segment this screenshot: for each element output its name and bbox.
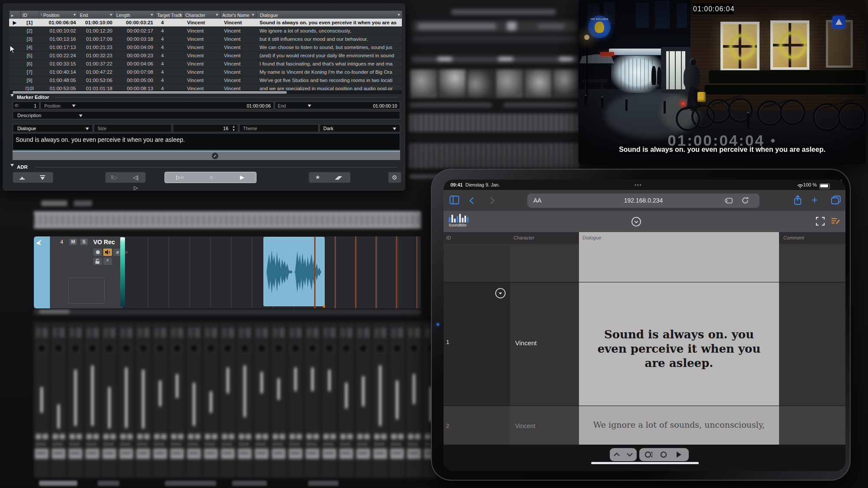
scroll-to-current-icon[interactable] bbox=[631, 216, 641, 227]
theme-select[interactable]: Dark bbox=[319, 124, 400, 132]
forward-button[interactable] bbox=[488, 197, 495, 204]
filter-icon[interactable] bbox=[216, 14, 218, 17]
row-comment[interactable] bbox=[779, 406, 845, 445]
marker-position-field[interactable]: Position 01:00:00:06 bbox=[40, 102, 274, 109]
back-button[interactable] bbox=[470, 197, 477, 204]
adr-take-group[interactable]: ★ ◢◤ bbox=[309, 172, 351, 183]
record-enable-button[interactable] bbox=[93, 249, 102, 256]
rehearse-icon[interactable] bbox=[644, 451, 652, 458]
timebase-button[interactable]: * bbox=[103, 258, 112, 265]
dropdown-icon[interactable] bbox=[72, 105, 76, 109]
video-player-window[interactable]: THE BULLDOG bbox=[579, 0, 866, 164]
sidebar-icon[interactable] bbox=[450, 196, 459, 204]
tabs-icon[interactable] bbox=[831, 195, 841, 205]
table-row[interactable]: [9] 01:00:48:05 01:00:53:06 00:00:05:00 … bbox=[9, 76, 402, 85]
adr-settings-button[interactable]: ⚙ bbox=[388, 172, 401, 183]
stepper-arrows-icon[interactable]: ▲▼ bbox=[232, 125, 235, 132]
fullscreen-icon[interactable] bbox=[816, 217, 825, 226]
marker-dialogue-textarea[interactable]: Sound is always on. you even perceive it… bbox=[13, 133, 400, 150]
adr-section-header[interactable]: ADR bbox=[10, 164, 28, 170]
next-line-icon[interactable] bbox=[626, 452, 633, 457]
previous-marker-icon[interactable] bbox=[18, 172, 26, 183]
timeline-grid[interactable] bbox=[128, 236, 421, 308]
script-row-empty[interactable] bbox=[444, 244, 845, 282]
mute-button[interactable]: M bbox=[69, 239, 77, 245]
transport-group[interactable] bbox=[639, 448, 689, 461]
table-row[interactable]: ▶ [1] 01:00:06:04 01:00:10:00 00:00:03:2… bbox=[9, 19, 402, 27]
star-icon[interactable]: ★ bbox=[313, 172, 322, 183]
track-header[interactable]: 4 M S VO Rec e ○ * bbox=[50, 236, 123, 308]
track-color-strip[interactable] bbox=[34, 236, 50, 308]
table-row[interactable]: [7] 01:00:40:14 01:00:47:22 00:00:07:08 … bbox=[9, 68, 402, 76]
play-icon[interactable] bbox=[676, 451, 682, 458]
table-row[interactable]: [6] 01:00:33:15 01:00:37:22 00:00:04:06 … bbox=[9, 60, 402, 68]
edit-notes-icon[interactable] bbox=[831, 217, 840, 226]
character-column-header[interactable]: Character bbox=[184, 11, 220, 19]
filter-icon[interactable] bbox=[398, 14, 400, 17]
target-track-column-header[interactable]: Target Track bbox=[155, 11, 184, 19]
end-column-header[interactable]: End bbox=[78, 11, 115, 19]
next-marker-icon[interactable] bbox=[38, 172, 47, 183]
dropdown-icon[interactable] bbox=[79, 115, 82, 119]
marker-nav-group[interactable] bbox=[610, 448, 637, 461]
marker-table-header: ▸ ID ⧵Position End Length Target Track C… bbox=[9, 10, 403, 20]
locate-column-header[interactable]: ▸ bbox=[10, 11, 21, 19]
free-run-icon[interactable]: ‖▷ bbox=[110, 172, 119, 183]
home-indicator[interactable] bbox=[591, 462, 699, 464]
filter-icon[interactable] bbox=[110, 14, 112, 17]
id-column-header[interactable]: ID bbox=[21, 11, 39, 19]
adr-mode-group[interactable]: ‖▷ ◁|▷ bbox=[105, 172, 146, 183]
dropdown-icon[interactable] bbox=[308, 105, 311, 109]
take-select-icon[interactable]: ◢◤ bbox=[334, 172, 343, 183]
dialogue-column-header[interactable]: Dialogue bbox=[256, 11, 402, 19]
multitask-dots-icon[interactable]: ••• bbox=[635, 182, 642, 187]
filter-icon[interactable] bbox=[252, 14, 254, 17]
actors-name-column-header[interactable]: Actor's Name bbox=[220, 11, 256, 19]
attribute-select[interactable]: Dialogue bbox=[13, 124, 93, 132]
dropdown-icon[interactable] bbox=[85, 128, 89, 132]
scrollbar-thumb[interactable] bbox=[13, 91, 287, 94]
collapse-icon[interactable] bbox=[10, 164, 14, 168]
adr-transport-group[interactable]: ▷○ ○ ▶ bbox=[164, 172, 256, 183]
adr-marker-prev-next-group[interactable] bbox=[13, 172, 53, 183]
script-row-current[interactable]: 1 Vincent Sound is always on. you even p… bbox=[444, 282, 845, 406]
filter-icon[interactable] bbox=[151, 14, 153, 17]
position-column-header[interactable]: ⧵Position bbox=[39, 11, 78, 19]
confirm-check-button[interactable]: ✓ bbox=[212, 153, 218, 159]
marker-end-field[interactable]: End 01:00:00:10 bbox=[275, 102, 400, 109]
current-line-icon[interactable] bbox=[495, 288, 506, 299]
automation-lane[interactable] bbox=[68, 278, 105, 304]
filter-icon[interactable] bbox=[179, 14, 181, 17]
record-take-icon[interactable]: ○ bbox=[207, 172, 216, 183]
horizontal-scrollbar[interactable] bbox=[9, 90, 402, 94]
extensions-icon[interactable] bbox=[725, 197, 733, 204]
lock-button[interactable] bbox=[93, 258, 102, 265]
reload-icon[interactable] bbox=[742, 197, 749, 204]
new-tab-button[interactable]: + bbox=[812, 194, 818, 206]
size-stepper[interactable]: 16 ▲▼ bbox=[173, 124, 238, 132]
length-column-header[interactable]: Length bbox=[115, 11, 155, 19]
description-field[interactable]: Description bbox=[13, 111, 400, 119]
previous-line-icon[interactable] bbox=[613, 452, 620, 457]
table-row[interactable]: [3] 01:00:13:16 01:00:17:09 00:00:03:18 … bbox=[9, 35, 402, 43]
rehearse-icon[interactable]: ▷○ bbox=[176, 172, 184, 183]
table-row[interactable]: [2] 01:00:10:02 01:00:12:20 00:00:02:17 … bbox=[9, 27, 402, 35]
share-icon[interactable] bbox=[793, 195, 802, 206]
event-flag bbox=[323, 305, 325, 308]
monitor-button[interactable] bbox=[103, 249, 112, 256]
auto-advance-icon[interactable]: ◁|▷ bbox=[132, 172, 140, 183]
dropdown-icon[interactable] bbox=[393, 128, 396, 132]
record-icon[interactable] bbox=[660, 451, 667, 458]
row-comment[interactable] bbox=[779, 282, 845, 406]
filter-icon[interactable] bbox=[73, 14, 76, 17]
mixer-tab[interactable] bbox=[39, 481, 77, 486]
marker-editor-section-header[interactable]: Marker Editor bbox=[10, 94, 49, 100]
address-bar[interactable]: AA 192.168.0.234 bbox=[527, 193, 760, 208]
table-row[interactable]: [4] 01:00:17:13 01:00:21:23 00:00:04:09 … bbox=[9, 43, 402, 52]
solo-button[interactable]: S bbox=[80, 239, 88, 245]
script-row-next[interactable]: 2 Vincent We ignore a lot of sounds, unc… bbox=[444, 406, 845, 445]
table-row[interactable]: [5] 01:00:22:24 01:00:32:23 00:00:09:23 … bbox=[9, 52, 402, 60]
collapse-icon[interactable] bbox=[10, 94, 14, 98]
track-name[interactable]: VO Rec bbox=[93, 239, 115, 246]
review-play-icon[interactable]: ▶ bbox=[238, 172, 247, 183]
